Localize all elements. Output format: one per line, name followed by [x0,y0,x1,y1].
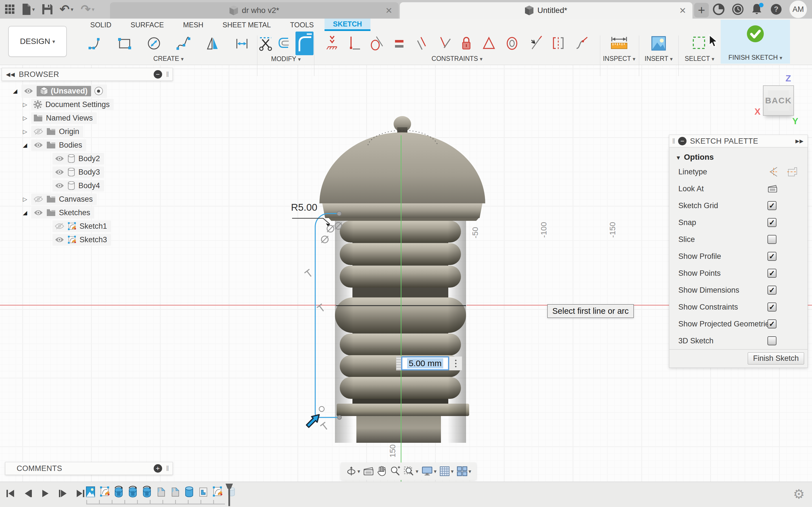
file-menu-caret[interactable]: ▾ [32,7,35,12]
display-settings-tool[interactable]: ▾ [421,466,437,476]
timeline-feature-revolve[interactable] [141,485,153,498]
expand-arrow-icon[interactable]: ◢ [13,88,21,94]
browser-item-sketches[interactable]: ◢Sketches [23,206,173,219]
modify-group-label[interactable]: MODIFY ▾ [271,55,301,64]
collapse-arrow-icon[interactable]: ▷ [23,115,31,121]
visibility-on-icon[interactable] [55,169,64,175]
viewcube-face-back[interactable]: BACK [763,86,794,116]
dimension-input[interactable]: 5.00 mm [401,356,449,371]
app-grid-icon[interactable] [5,4,15,14]
expand-arrow-icon[interactable]: ◢ [23,142,31,149]
browser-item-body3[interactable]: Body3 [44,165,173,179]
trim-tool-icon[interactable] [258,36,273,51]
browser-item-body4[interactable]: Body4 [44,179,173,192]
visibility-on-icon[interactable] [34,142,43,148]
browser-item-named-views[interactable]: ▷Named Views [23,111,173,125]
collapse-arrow-icon[interactable]: ▷ [23,101,31,108]
comments-header[interactable]: COMMENTS + ‖ [5,462,173,475]
line-tool-icon[interactable] [87,36,103,51]
browser-item-origin[interactable]: ▷Origin [23,125,173,138]
display-settings-caret[interactable]: ▾ [434,469,437,474]
sketch-point[interactable] [337,211,342,216]
visibility-on-icon[interactable] [55,182,64,189]
show-dimensions-checkbox[interactable]: ✓ [767,286,776,295]
finish-sketch-palette-button[interactable]: Finish Sketch [748,352,804,364]
tab-close-icon[interactable]: ✕ [386,6,393,15]
browser-item--unsaved-[interactable]: ◢(Unsaved) [13,84,173,98]
visibility-off-icon[interactable] [34,128,43,135]
browser-drag-handle[interactable]: ‖ [166,70,169,79]
viewports-caret[interactable]: ▾ [469,469,471,474]
module-tab-surface[interactable]: SURFACE [122,18,172,31]
radius-dimension-label[interactable]: R5.00 [291,202,317,213]
tab-close-icon[interactable]: ✕ [679,6,686,15]
extensions-icon[interactable] [713,3,725,15]
sketch-geometry-overlay[interactable] [282,194,479,448]
show-points-checkbox[interactable]: ✓ [767,269,776,278]
orbit-tool[interactable]: ▾ [346,466,360,476]
timeline-position-marker[interactable] [225,484,233,506]
timeline-feature-form[interactable] [169,485,181,498]
curvature-constraint-icon[interactable] [574,35,589,52]
construction-linetype-icon[interactable] [767,167,779,177]
visibility-on-icon[interactable] [24,88,33,94]
inspect-measure-icon[interactable] [610,35,628,52]
save-icon[interactable] [42,4,52,14]
module-tab-solid[interactable]: SOLID [82,18,120,31]
fix-unfix-constraint-icon[interactable] [459,35,473,52]
browser-collapse-icon[interactable]: ◀◀ [2,71,19,78]
step-back-button[interactable] [23,489,33,498]
constraints-group-label[interactable]: CONSTRAINTS ▾ [432,55,483,64]
zoom-tool[interactable] [390,466,401,476]
palette-expand-icon[interactable]: ▶▶ [795,138,808,144]
workspace-selector[interactable]: DESIGN ▾ [8,26,67,57]
visibility-on-icon[interactable] [34,210,43,216]
orbit-caret[interactable]: ▾ [357,469,360,474]
symmetry-constraint-icon[interactable] [551,35,566,52]
browser-item-bodies[interactable]: ◢Bodies [23,138,173,152]
recent-clock-icon[interactable] [732,3,744,15]
visibility-on-icon[interactable] [55,237,64,243]
show-profile-checkbox[interactable]: ✓ [767,252,776,261]
visibility-off-icon[interactable] [34,196,43,203]
show-constraints-checkbox[interactable]: ✓ [767,302,776,312]
browser-item-body2[interactable]: Body2 [44,152,173,165]
viewcube[interactable]: Z BACK X Y [758,73,812,132]
timeline-feature-canvas[interactable] [85,485,96,498]
go-to-beginning-button[interactable] [6,489,15,498]
fit-caret[interactable]: ▾ [416,469,418,474]
go-to-end-button[interactable] [75,489,85,498]
create-group-label[interactable]: CREATE ▾ [153,55,184,64]
redo-icon[interactable]: ↷ ▾ [81,3,94,15]
timeline-feature-box[interactable] [197,485,209,498]
timeline-feature-sketch[interactable] [211,485,223,498]
visibility-on-icon[interactable] [55,156,64,162]
module-tab-sketch[interactable]: SKETCH [324,18,370,31]
notifications-bell-icon[interactable] [751,3,763,15]
module-tab-tools[interactable]: TOOLS [282,18,322,31]
selected-item-highlight[interactable]: (Unsaved) [37,86,91,96]
snap-checkbox[interactable]: ✓ [767,218,776,227]
help-icon[interactable]: ? [770,3,782,15]
slice-checkbox[interactable] [767,235,776,244]
look-at-icon[interactable] [767,184,777,193]
new-tab-button[interactable]: + [694,3,709,17]
insert-image-icon[interactable] [651,35,667,52]
expand-arrow-icon[interactable]: ◢ [23,209,31,216]
horizontal-vertical-constraint-icon[interactable] [347,35,361,52]
palette-options-icon[interactable]: − [678,137,687,145]
document-tab-dr-who-v2[interactable]: dr who v2* ✕ [110,2,399,18]
play-button[interactable] [41,489,50,498]
pan-tool[interactable] [377,466,387,476]
module-tab-sheet-metal[interactable]: SHEET METAL [214,18,279,31]
show-projected-geometries-checkbox[interactable]: ✓ [767,320,776,328]
timeline-feature-form[interactable] [155,485,167,498]
add-comment-icon[interactable]: + [154,464,162,473]
insert-group-label[interactable]: INSERT ▾ [645,55,672,64]
fillet-tool-icon-active[interactable] [296,32,313,55]
sketch-profile-line[interactable] [315,214,340,417]
mirror-tool-icon[interactable] [205,36,220,51]
perpendicular-constraint-icon[interactable] [436,35,451,52]
user-avatar[interactable]: AM [790,1,807,18]
collapse-arrow-icon[interactable]: ▷ [23,128,31,135]
